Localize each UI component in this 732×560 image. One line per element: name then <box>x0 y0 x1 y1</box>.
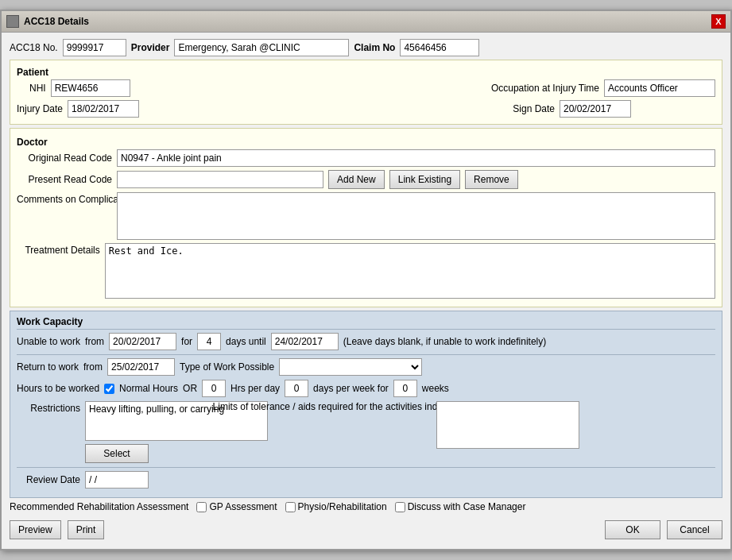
divider1 <box>17 354 715 355</box>
utw-until-input[interactable] <box>271 333 339 350</box>
header-row: ACC18 No. Provider Claim No <box>10 39 722 56</box>
normal-hours-label: Normal Hours <box>119 383 178 394</box>
remove-button[interactable]: Remove <box>465 170 518 189</box>
print-button[interactable]: Print <box>68 520 105 539</box>
discuss-checkbox[interactable] <box>395 502 405 512</box>
discuss-label: Discuss with Case Manager <box>408 501 526 512</box>
sign-date-label: Sign Date <box>513 103 555 114</box>
rehab-row: Recommended Rehabilitation Assessment GP… <box>10 501 722 512</box>
rtw-from-label: from <box>83 361 103 373</box>
divider2 <box>17 467 715 468</box>
restrictions-row: Restrictions Heavy lifting, pulling, or … <box>17 401 715 463</box>
complications-row: Comments on Complications <box>17 192 715 240</box>
gp-assessment-label: GP Assessment <box>209 501 277 512</box>
present-read-code-label: Present Read Code <box>17 174 112 185</box>
content-area: ACC18 No. Provider Claim No Patient NHI … <box>2 33 730 549</box>
injury-date-input[interactable] <box>68 100 139 118</box>
treatment-label: Treatment Details <box>17 243 100 256</box>
provider-label: Provider <box>131 42 170 53</box>
injury-date-label: Injury Date <box>17 103 63 114</box>
rehab-label: Recommended Rehabilitation Assessment <box>10 501 188 512</box>
original-read-code-label: Original Read Code <box>17 153 112 164</box>
occupation-label: Occupation at Injury Time <box>491 83 599 94</box>
treatment-textarea[interactable] <box>105 243 715 299</box>
original-read-code-input[interactable] <box>117 149 715 167</box>
occupation-input[interactable] <box>604 79 715 97</box>
physio-group: Physio/Rehabilitation <box>285 501 387 512</box>
weeks-label: weeks <box>422 383 449 394</box>
hours-label: Hours to be worked <box>17 383 99 394</box>
physio-label: Physio/Rehabilitation <box>298 501 387 512</box>
patient-section-label: Patient <box>17 67 715 78</box>
limits-col: Limits of tolerance / aids required for … <box>273 401 432 414</box>
nhi-label: NHI <box>29 83 46 94</box>
review-date-input[interactable] <box>85 471 149 489</box>
window-title: ACC18 Details <box>24 16 89 27</box>
hrs-per-day-input[interactable] <box>202 380 226 397</box>
complications-label: Comments on Complications <box>17 192 112 205</box>
hours-row: Hours to be worked Normal Hours OR Hrs p… <box>17 380 715 397</box>
gp-assessment-group: GP Assessment <box>196 501 277 512</box>
utw-days-input[interactable] <box>197 333 221 350</box>
review-date-label: Review Date <box>17 474 80 485</box>
original-read-code-row: Original Read Code <box>17 149 715 167</box>
sign-date-input[interactable] <box>560 100 631 118</box>
utw-days-label: days until <box>226 336 266 347</box>
ok-button[interactable]: OK <box>605 520 660 539</box>
type-of-work-label: Type of Work Possible <box>180 361 274 373</box>
review-date-row: Review Date <box>17 471 715 489</box>
treatment-row: Treatment Details <box>17 243 715 299</box>
type-of-work-select[interactable]: Light Duties Normal Duties Modified Duti… <box>279 358 422 376</box>
acc18no-input[interactable] <box>63 39 126 56</box>
add-new-button[interactable]: Add New <box>328 170 385 189</box>
or-label: OR <box>183 383 197 394</box>
title-bar: ACC18 Details X <box>2 11 730 33</box>
days-per-week-label: days per week for <box>313 383 389 394</box>
normal-hours-checkbox[interactable] <box>104 384 114 394</box>
utw-for-label: for <box>181 336 192 347</box>
doctor-section-label: Doctor <box>17 137 715 148</box>
physio-checkbox[interactable] <box>285 502 296 512</box>
days-per-week-input[interactable] <box>285 380 308 397</box>
link-existing-button[interactable]: Link Existing <box>389 170 460 189</box>
close-button[interactable]: X <box>711 14 726 29</box>
patient-dates-row: Injury Date Sign Date <box>17 100 715 118</box>
preview-button[interactable]: Preview <box>10 520 61 539</box>
gp-assessment-checkbox[interactable] <box>196 502 207 512</box>
present-read-code-row: Present Read Code Add New Link Existing … <box>17 170 715 189</box>
rtw-from-input[interactable] <box>107 358 175 376</box>
doctor-section: Doctor Original Read Code Present Read C… <box>10 128 722 307</box>
select-button[interactable]: Select <box>85 444 149 463</box>
discuss-group: Discuss with Case Manager <box>395 501 526 512</box>
bottom-buttons: Preview Print OK Cancel <box>10 517 722 543</box>
restrictions-label: Restrictions <box>17 401 80 414</box>
bottom-right-buttons: OK Cancel <box>605 520 722 539</box>
leave-blank-note: (Leave days blank, if unable to work ind… <box>343 336 546 347</box>
utw-from-label: from <box>85 336 104 347</box>
return-to-work-row: Return to work from Type of Work Possibl… <box>17 358 715 376</box>
patient-nhi-row: NHI Occupation at Injury Time <box>17 79 715 97</box>
rtw-label: Return to work <box>17 361 79 373</box>
unable-to-work-label: Unable to work <box>17 336 80 347</box>
acc18no-label: ACC18 No. <box>10 42 58 53</box>
present-read-code-input[interactable] <box>117 171 323 188</box>
weeks-input[interactable] <box>393 380 417 397</box>
bottom-left-buttons: Preview Print <box>10 520 104 539</box>
cancel-button[interactable]: Cancel <box>667 520 722 539</box>
nhi-input[interactable] <box>51 79 130 97</box>
limits-textarea[interactable] <box>436 401 579 449</box>
unable-to-work-row: Unable to work from for days until (Leav… <box>17 333 715 350</box>
window-icon <box>6 15 19 28</box>
utw-from-input[interactable] <box>109 333 176 350</box>
main-window: ACC18 Details X ACC18 No. Provider Claim… <box>0 10 732 550</box>
provider-input[interactable] <box>174 39 349 56</box>
complications-textarea[interactable] <box>117 192 715 240</box>
work-capacity-section: Work Capacity Unable to work from for da… <box>10 311 722 498</box>
title-bar-left: ACC18 Details <box>6 15 89 28</box>
hrs-per-day-label: Hrs per day <box>230 383 280 394</box>
work-capacity-title: Work Capacity <box>17 316 715 330</box>
claimno-label: Claim No <box>354 42 395 53</box>
patient-section: Patient NHI Occupation at Injury Time In… <box>10 60 722 125</box>
claimno-input[interactable] <box>400 39 479 56</box>
